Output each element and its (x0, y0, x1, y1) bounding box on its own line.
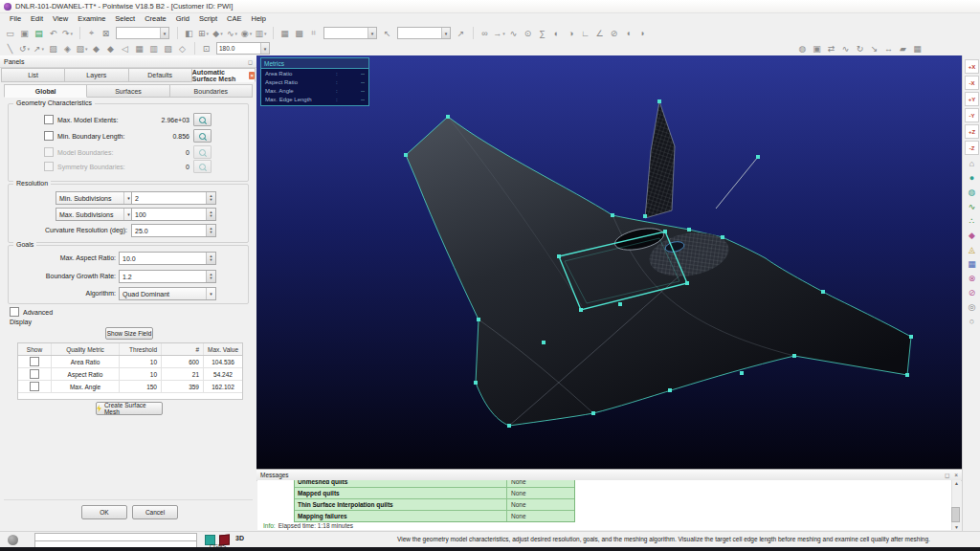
subtab-global[interactable]: Global (4, 84, 87, 98)
dimension-icon[interactable]: ⌗ (307, 27, 320, 39)
pick-point-icon[interactable]: ↖ (381, 27, 393, 39)
menu-cae[interactable]: CAE (222, 14, 246, 23)
delete-icon[interactable]: ⊠ (100, 27, 112, 39)
examine-sphere-icon[interactable]: ● (966, 171, 978, 184)
menu-script[interactable]: Script (194, 14, 222, 23)
display-style-icon[interactable]: ⊡ (194, 42, 212, 55)
curvature-resolution-input[interactable]: 25.0▲▼ (131, 224, 216, 237)
rotate-icon[interactable]: ↻ (854, 42, 866, 55)
link-icon[interactable]: ∞ (473, 27, 491, 39)
grid-cube-icon[interactable]: ⊞ (197, 27, 210, 39)
segment-icon[interactable]: ╲ (4, 42, 16, 55)
boundary-growth-rate-input[interactable]: 1.2▲▼ (119, 270, 216, 283)
curve-tool-icon[interactable]: ∿ (226, 27, 238, 39)
max-subdivisions-dropdown[interactable]: Max. Subdivisions▾ (56, 208, 134, 221)
iso-view-icon[interactable]: ⌂ (966, 157, 978, 169)
min-subdivisions-dropdown[interactable]: Min. Subdivisions▾ (56, 191, 134, 205)
close-tab-icon[interactable]: × (249, 72, 255, 79)
mask-icon[interactable]: ◍ (796, 42, 809, 55)
connector-icon[interactable]: → (493, 27, 505, 39)
create-surface-mesh-button[interactable]: Create Surface Mesh (96, 402, 163, 415)
block-b-icon[interactable]: ▥ (147, 42, 160, 55)
sum-icon[interactable]: ∑ (536, 27, 548, 39)
table-edit-icon[interactable]: ▩ (293, 27, 305, 39)
cancel-button[interactable]: Cancel (132, 505, 178, 519)
no-entity-icon[interactable]: ⊘ (608, 27, 620, 39)
pick-spacing-icon[interactable]: ↗ (455, 27, 467, 39)
translate-icon[interactable]: ⇄ (825, 42, 837, 55)
float-panel-icon[interactable]: ◻ (945, 472, 949, 478)
scale-icon[interactable]: ↘ (868, 42, 880, 55)
scroll-up-icon[interactable]: ▲ (954, 480, 959, 486)
spinner-arrows-icon[interactable]: ▲▼ (206, 253, 215, 264)
diamond-a-icon[interactable]: ◆ (90, 42, 102, 55)
spinner-arrows-icon[interactable]: ▲▼ (206, 192, 215, 204)
sphere-probe-icon[interactable]: ◎ (966, 300, 978, 313)
algorithm-dropdown[interactable]: Quad Dominant▾ (119, 287, 216, 300)
diamond-tool-icon[interactable]: ◆ (212, 27, 224, 39)
circle-probe-icon[interactable]: ○ (966, 315, 978, 327)
edit-pen-icon[interactable]: ▰ (897, 42, 909, 55)
undo-icon[interactable]: ↶ (47, 27, 59, 39)
anchor-icon[interactable]: ⊙ (522, 27, 534, 39)
orbit-right-icon[interactable]: ◑ (565, 27, 577, 39)
max-aspect-ratio-input[interactable]: 10.0▲▼ (119, 252, 216, 265)
menu-view[interactable]: View (48, 14, 73, 23)
table-view-icon[interactable]: ▦ (273, 27, 291, 39)
menu-examine[interactable]: Examine (73, 14, 110, 23)
show-max-angle-checkbox[interactable] (30, 382, 39, 391)
import-icon[interactable]: ▤ (33, 27, 45, 39)
view-plus-x-icon[interactable]: +X (965, 59, 979, 74)
metrics-overlay[interactable]: Metrics Area Ratio:-- Aspect Ratio:-- Ma… (260, 57, 369, 106)
view-minus-y-icon[interactable]: -Y (965, 108, 979, 122)
probe-icon[interactable]: ⌖ (79, 27, 98, 39)
orbit-left-icon[interactable]: ◐ (550, 27, 563, 39)
examine-extents-button[interactable] (193, 113, 212, 126)
spinner-arrows-icon[interactable]: ▲▼ (206, 225, 215, 236)
tab-list[interactable]: List (1, 68, 65, 82)
menu-edit[interactable]: Edit (26, 14, 48, 23)
block-c-icon[interactable]: ▧ (162, 42, 174, 55)
tab-layers[interactable]: Layers (65, 68, 128, 82)
dimension-combo[interactable] (323, 27, 377, 39)
save-icon[interactable]: ▣ (18, 27, 31, 39)
menu-file[interactable]: File (5, 14, 26, 23)
ok-button[interactable]: OK (81, 505, 127, 519)
entity-combo[interactable] (116, 27, 169, 39)
scroll-down-icon[interactable]: ▼ (954, 524, 959, 530)
metric-table-icon[interactable]: ▦ (966, 257, 978, 270)
mesh-grid-icon[interactable]: ▦ (911, 42, 924, 55)
examine-points-icon[interactable]: ∴ (966, 214, 978, 227)
block-a-icon[interactable]: ▦ (133, 42, 145, 55)
metric-cone-icon[interactable]: ◬ (966, 243, 978, 255)
diamond-b-icon[interactable]: ◆ (104, 42, 117, 55)
subtab-boundaries[interactable]: Boundaries (170, 84, 253, 98)
menu-grid[interactable]: Grid (171, 14, 194, 23)
view-plus-z-icon[interactable]: +Z (965, 124, 979, 139)
menu-create[interactable]: Create (140, 14, 171, 23)
spline-edit-icon[interactable]: ∿ (839, 42, 852, 55)
diamond-c-icon[interactable]: ◇ (176, 42, 189, 55)
close-panel-icon[interactable]: × (954, 472, 958, 478)
advanced-checkbox[interactable] (10, 307, 19, 317)
pair-left-icon[interactable]: ◖ (622, 27, 635, 39)
view-minus-x-icon[interactable]: -X (965, 76, 979, 90)
show-area-ratio-checkbox[interactable] (30, 357, 39, 366)
pair-right-icon[interactable]: ◗ (636, 27, 649, 39)
panel-float-icon[interactable]: ◻ (248, 58, 253, 65)
examine-mesh-icon[interactable]: ◍ (966, 186, 978, 198)
examine-boundary-button[interactable] (193, 129, 212, 143)
min-subdivisions-input[interactable]: 2▲▼ (131, 191, 216, 205)
cut-plane-icon[interactable]: ⊗ (966, 272, 978, 284)
max-subdivisions-input[interactable]: 100▲▼ (131, 208, 216, 221)
corner-add-icon[interactable]: ∟ (579, 27, 591, 39)
spacing-combo[interactable] (397, 27, 451, 39)
tab-automatic-surface-mesh[interactable]: Automatic Surface Mesh × (192, 68, 256, 82)
spline-point-icon[interactable]: ↗ (33, 42, 45, 55)
metric-diamond-icon[interactable]: ◆ (966, 229, 978, 241)
wedge-icon[interactable]: ◁ (119, 42, 131, 55)
mirror-icon[interactable]: ↔ (882, 42, 895, 55)
show-size-field-button[interactable]: Show Size Field (105, 327, 153, 340)
show-aspect-ratio-checkbox[interactable] (30, 369, 39, 379)
open-file-icon[interactable]: ▭ (4, 27, 16, 39)
